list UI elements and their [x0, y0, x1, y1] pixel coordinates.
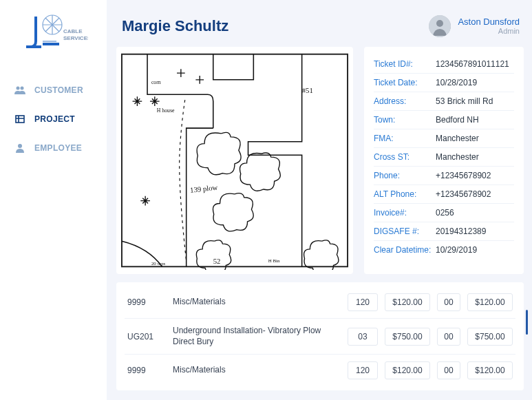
table-row: 9999 Misc/Materials 120 $120.00 00 $120.…	[125, 286, 515, 319]
sidebar: CABLE SERVICES CUSTOMER PROJECT EMPLOYEE	[0, 0, 107, 400]
svg-point-5	[21, 87, 24, 90]
cell-total[interactable]: $750.00	[467, 328, 513, 346]
cell-price[interactable]: $750.00	[385, 328, 430, 346]
svg-point-4	[17, 87, 20, 90]
ticket-id: 1234567891011121	[436, 59, 509, 69]
cell-price[interactable]: $120.00	[385, 361, 430, 379]
cell-code: 9999	[127, 366, 166, 375]
info-label: Phone:	[374, 171, 436, 180]
cell-total[interactable]: $120.00	[467, 293, 513, 311]
users-icon	[14, 85, 26, 95]
svg-rect-0	[26, 45, 41, 48]
site-sketch: #51 139 plow 52 corn H house 20 drps H B…	[116, 47, 353, 274]
cell-code: 9999	[127, 297, 166, 307]
cell-qty[interactable]: 120	[348, 293, 378, 311]
main: Margie Schultz Aston Dunsford Admin	[107, 0, 532, 400]
svg-rect-10	[122, 54, 348, 267]
address: 53 Brick mill Rd	[436, 96, 493, 106]
page-title: Margie Schultz	[122, 17, 228, 35]
svg-text:SERVICES: SERVICES	[63, 35, 88, 41]
header: Margie Schultz Aston Dunsford Admin	[116, 7, 524, 39]
cell-desc: Misc/Materials	[173, 297, 341, 308]
sidebar-item-project[interactable]: PROJECT	[0, 105, 107, 134]
cell-qty[interactable]: 03	[348, 328, 378, 346]
info-label: Cross ST:	[374, 152, 436, 162]
cell-qty[interactable]: 120	[348, 361, 378, 379]
svg-point-9	[436, 20, 443, 27]
svg-text:H house: H house	[157, 107, 175, 114]
user-menu[interactable]: Aston Dunsford Admin	[429, 15, 520, 37]
sidebar-item-customer[interactable]: CUSTOMER	[0, 76, 107, 105]
sidebar-item-employee[interactable]: EMPLOYEE	[0, 134, 107, 162]
user-role: Admin	[458, 27, 520, 35]
cross-st: Manchester	[436, 152, 479, 162]
line-items: 9999 Misc/Materials 120 $120.00 00 $120.…	[116, 282, 524, 390]
brand-logo: CABLE SERVICES	[0, 12, 107, 51]
info-label: ALT Phone:	[374, 189, 436, 199]
user-name: Aston Dunsford	[458, 17, 520, 27]
table-row: 9999 Misc/Materials 120 $120.00 00 $120.…	[125, 355, 515, 386]
svg-text:20 drps: 20 drps	[151, 261, 166, 266]
invoice: 0256	[436, 208, 454, 218]
ticket-date: 10/28/2019	[436, 78, 477, 87]
svg-point-7	[18, 144, 22, 148]
cell-code: UG201	[127, 332, 166, 341]
info-label: FMA:	[374, 134, 436, 143]
phone: +12345678902	[436, 171, 491, 180]
svg-text:52: 52	[213, 257, 221, 265]
info-label: Address:	[374, 96, 436, 106]
info-label: Clear Datetime:	[374, 245, 436, 255]
info-label: Town:	[374, 115, 436, 125]
svg-text:CABLE: CABLE	[63, 28, 83, 34]
nav-label: PROJECT	[34, 114, 75, 124]
cell-desc: Underground Installation- Vibratory Plow…	[173, 326, 341, 347]
alt-phone: +12345678902	[436, 189, 491, 199]
fma: Manchester	[436, 134, 479, 143]
svg-text:H Bin: H Bin	[268, 258, 280, 263]
nav-label: CUSTOMER	[34, 85, 83, 95]
cell-ext[interactable]: 00	[437, 361, 460, 379]
project-icon	[14, 114, 26, 124]
person-icon	[14, 143, 26, 153]
svg-rect-6	[16, 116, 24, 123]
table-row: UG201 Underground Installation- Vibrator…	[125, 319, 515, 355]
digsafe: 20194312389	[436, 227, 486, 236]
svg-text:corn: corn	[151, 79, 161, 85]
nav-label: EMPLOYEE	[34, 143, 82, 153]
town: Bedford NH	[436, 115, 479, 125]
clear-dt: 10/29/2019	[436, 245, 477, 255]
info-label: Ticket ID#:	[374, 59, 436, 69]
svg-text:#51: #51	[302, 86, 313, 94]
avatar	[429, 15, 451, 37]
ticket-info: Ticket ID#:1234567891011121 Ticket Date:…	[364, 47, 524, 274]
cell-desc: Misc/Materials	[173, 365, 341, 376]
cell-price[interactable]: $120.00	[385, 293, 430, 311]
info-label: Ticket Date:	[374, 78, 436, 87]
cell-ext[interactable]: 00	[437, 293, 460, 311]
user-text: Aston Dunsford Admin	[458, 17, 520, 35]
cell-total[interactable]: $120.00	[467, 361, 513, 379]
info-label: DIGSAFE #:	[374, 227, 436, 236]
cell-ext[interactable]: 00	[437, 328, 460, 346]
info-label: Invoice#:	[374, 208, 436, 218]
scroll-indicator[interactable]	[526, 310, 528, 335]
